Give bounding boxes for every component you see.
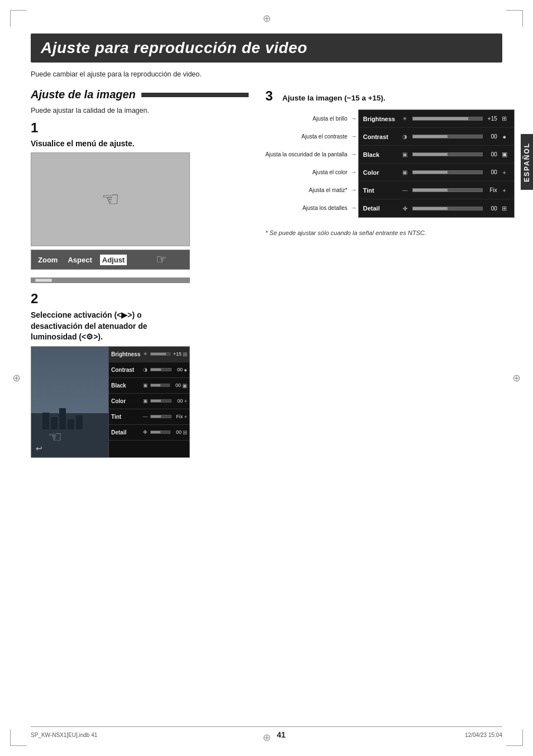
s-contrast-right: ●	[499, 133, 510, 140]
brightness-bar	[150, 352, 170, 356]
brightness-label: Brightness	[111, 351, 140, 357]
main-content: Ajuste para reproducción de video Puede …	[31, 34, 502, 722]
tint-value: Fix	[173, 414, 183, 419]
color-label: Color	[111, 398, 140, 404]
settings-contrast: Contrast ◑ 00 ●	[359, 128, 514, 146]
step2-screen: ☞ ↩ Brightness ☀ +15 ⊞ Contrast	[31, 346, 190, 458]
callout-label-4: Ajusta el matiz*	[265, 187, 348, 193]
s-black-icon: ▣	[400, 151, 410, 157]
callout-labels: Ajusta el brillo Ajusta el contraste Aju…	[265, 109, 351, 217]
brightness-icon: ☀	[141, 351, 149, 357]
s-detail-val: 00	[485, 205, 497, 212]
tint-bar	[150, 415, 172, 418]
zoom-bar-bottom	[31, 277, 190, 283]
s-color-right: +	[499, 169, 510, 176]
step3-number: 3	[265, 88, 273, 103]
step2-number: 2	[31, 291, 249, 307]
step2-title: Seleccione activación (<▶>) o desactivac…	[31, 310, 249, 343]
step2-container: 2 Seleccione activación (<▶>) o desactiv…	[31, 291, 249, 343]
step2-buildings	[42, 408, 83, 429]
black-label: Black	[111, 382, 140, 389]
settings-black: Black ▣ 00 ▣	[359, 146, 514, 164]
step2-sky	[31, 347, 121, 413]
detail-fill	[151, 431, 160, 433]
s-detail-fill	[413, 207, 448, 210]
s-contrast-label: Contrast	[363, 133, 398, 140]
s-detail-right: ⊞	[499, 205, 510, 212]
settings-brightness: Brightness ☀ +15 ⊞	[359, 110, 514, 128]
bottom-filename: SP_KW-NSX1[EU].indb 41	[31, 732, 97, 738]
adjust-item: Adjust	[100, 255, 127, 265]
corner-mark-bl	[10, 729, 27, 746]
callout-label-3: Ajusta el color	[265, 169, 348, 175]
s-contrast-bar	[412, 135, 483, 138]
settings-color: Color ▣ 00 +	[359, 164, 514, 181]
zoom-cursor: ☞	[156, 252, 167, 267]
brightness-row: Brightness ☀ +15 ⊞	[109, 347, 189, 362]
black-fill	[151, 384, 160, 386]
adjust-panel: Brightness ☀ +15 ⊞ Contrast ◑	[108, 347, 189, 457]
tint-fill	[151, 415, 161, 418]
color-icon: ▣	[141, 398, 149, 404]
s-brightness-val: +15	[485, 116, 497, 122]
arrow-3: →	[351, 169, 357, 175]
s-black-label: Black	[363, 151, 398, 158]
arrow-0: →	[351, 116, 357, 122]
s-contrast-icon: ◑	[400, 133, 410, 140]
title-subtitle: Puede cambiar el ajuste para la reproduc…	[31, 70, 502, 78]
brightness-value: +15	[172, 351, 182, 357]
right-column: 3 Ajuste la imagen (−15 a +15). Ajusta e…	[265, 88, 515, 462]
aspect-item: Aspect	[65, 255, 94, 265]
callout-label-5: Ajusta los detalles	[265, 205, 348, 211]
color-value: 00	[173, 398, 183, 404]
contrast-row: Contrast ◑ 00 ●	[109, 362, 189, 378]
settings-detail: Detail ✤ 00 ⊞	[359, 199, 514, 217]
callout-label-1: Ajusta el contraste	[265, 133, 348, 140]
corner-mark-br	[506, 729, 523, 746]
s-color-bar	[412, 170, 483, 174]
s-black-fill	[413, 153, 448, 156]
contrast-value: 00	[173, 367, 183, 372]
building1	[42, 413, 49, 429]
detail-row: Detail ✤ 00 ⊞	[109, 425, 189, 441]
s-tint-fill	[413, 189, 448, 192]
black-icon: ▣	[141, 382, 149, 388]
detail-bar	[150, 430, 170, 434]
step1-screen: ☞	[31, 152, 190, 246]
heading-bar	[141, 93, 249, 97]
two-column-layout: Ajuste de la imagen Puede ajustar la cal…	[31, 88, 502, 462]
contrast-plus: ●	[184, 367, 187, 373]
detail-icon: ✤	[141, 429, 149, 435]
color-plus: +	[184, 398, 187, 404]
arrow-4: →	[351, 187, 357, 193]
zoom-item: Zoom	[36, 255, 60, 265]
s-color-fill	[413, 171, 448, 174]
left-column: Ajuste de la imagen Puede ajustar la cal…	[31, 88, 249, 462]
main-title: Ajuste para reproducción de video	[41, 39, 492, 57]
arrow-5: →	[351, 205, 357, 211]
s-detail-bar	[412, 207, 483, 210]
contrast-icon: ◑	[141, 367, 149, 372]
s-color-label: Color	[363, 169, 398, 176]
section-heading: Ajuste de la imagen	[31, 88, 249, 101]
step3-header: 3 Ajuste la imagen (−15 a +15).	[265, 88, 515, 104]
contrast-bar	[150, 368, 172, 371]
s-detail-icon: ✤	[400, 205, 410, 212]
detail-value: 00	[172, 429, 182, 435]
step3-title: Ajuste la imagen (−15 a +15).	[282, 94, 386, 102]
section-intro: Puede ajustar la calidad de la imagen.	[31, 107, 249, 114]
s-tint-right: +	[499, 187, 510, 194]
arrow-1: →	[351, 133, 357, 140]
tint-icon: —	[141, 414, 149, 419]
step2-icon2: ⚙	[86, 332, 93, 341]
black-plus: ▣	[182, 382, 187, 389]
s-contrast-fill	[413, 135, 448, 138]
contrast-label: Contrast	[111, 367, 140, 373]
settings-tint: Tint — Fix +	[359, 181, 514, 199]
s-tint-bar	[412, 188, 483, 192]
detail-plus: ⊞	[183, 429, 187, 436]
zoom-bar: Zoom Aspect Adjust ☞	[31, 250, 190, 270]
callout-label-2: Ajusta la oscuridad de la pantalla	[265, 151, 348, 157]
building3	[59, 408, 66, 429]
color-row: Color ▣ 00 +	[109, 394, 189, 409]
